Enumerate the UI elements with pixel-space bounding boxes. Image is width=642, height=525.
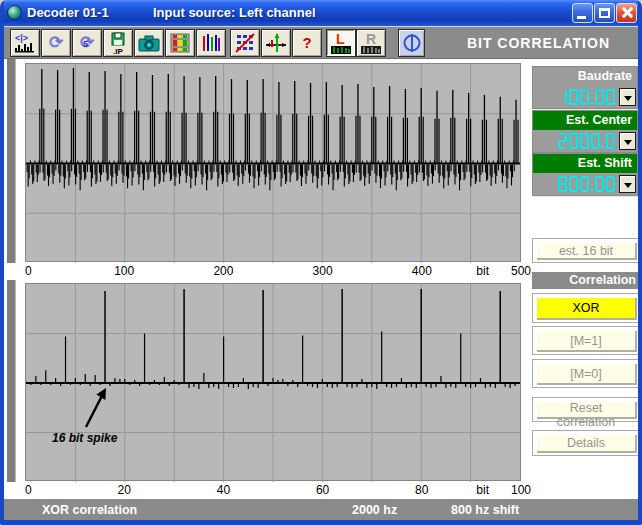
color-bars-button[interactable] bbox=[165, 29, 195, 57]
est-shift-label: Est. Shift bbox=[533, 154, 637, 173]
status-center-freq: 2000 hz bbox=[352, 503, 397, 517]
est-shift-display bbox=[533, 175, 619, 193]
maximize-button[interactable] bbox=[594, 3, 615, 23]
baudrate-display bbox=[533, 88, 619, 106]
app-window: Decoder 01-1 Input source: Left channel … bbox=[0, 0, 642, 525]
chevron-down-icon bbox=[624, 140, 632, 145]
axis-setup-icon bbox=[264, 31, 288, 55]
axis-setup-button[interactable] bbox=[261, 29, 291, 57]
svg-text:<|>: <|> bbox=[15, 33, 28, 43]
axis-tick-label: 0 bbox=[25, 264, 32, 278]
axis-tick-label: 200 bbox=[213, 264, 233, 278]
xor-button[interactable]: XOR bbox=[535, 296, 637, 320]
baudrate-control: Baudrate bbox=[532, 66, 638, 109]
right-channel-button[interactable]: R bbox=[356, 29, 386, 57]
baudrate-label: Baudrate bbox=[533, 67, 637, 86]
axis-tick-label: 20 bbox=[118, 483, 131, 497]
power-icon bbox=[401, 32, 423, 54]
est-center-display bbox=[533, 132, 619, 150]
close-button[interactable] bbox=[616, 3, 637, 23]
refresh-5-button[interactable]: ⟳5 bbox=[72, 29, 102, 57]
maximize-icon bbox=[599, 8, 610, 18]
save-ip-button[interactable]: .IP bbox=[103, 29, 133, 57]
axis-tick-label: 40 bbox=[217, 483, 230, 497]
axis-tick-label: 100 bbox=[511, 483, 531, 497]
matrix-off-button[interactable] bbox=[230, 29, 260, 57]
axis-tick-label: 500 bbox=[511, 264, 531, 278]
close-icon bbox=[620, 6, 633, 19]
window-title: Decoder 01-1 bbox=[27, 5, 109, 20]
axis-unit-label: bit bbox=[476, 483, 489, 497]
reset-correlation-button[interactable]: Reset correlation bbox=[535, 400, 637, 419]
axis-tick-label: 60 bbox=[316, 483, 329, 497]
est-shift-dropdown[interactable] bbox=[619, 175, 636, 193]
input-source-label: Input source: Left channel bbox=[153, 5, 316, 20]
app-globe-icon bbox=[7, 5, 22, 20]
details-button[interactable]: Details bbox=[535, 433, 637, 453]
axis-tick-label: 400 bbox=[412, 264, 432, 278]
axis-tick-label: 300 bbox=[313, 264, 333, 278]
axis-tick-label: 0 bbox=[25, 483, 32, 497]
main-content: 0100200300400500bit 16 bit spike 0204060… bbox=[4, 59, 638, 497]
status-bar: XOR correlation 2000 hz 800 hz shift bbox=[4, 497, 638, 520]
axis-unit-label: bit bbox=[476, 264, 489, 278]
spectrum-preview-button[interactable]: <|> bbox=[10, 29, 40, 57]
est-16-bit-button[interactable]: est. 16 bit bbox=[535, 241, 637, 260]
help-button[interactable]: ? bbox=[292, 29, 322, 57]
right-channel-icon: R bbox=[359, 30, 383, 56]
est-center-dropdown[interactable] bbox=[619, 132, 636, 150]
svg-text:L: L bbox=[336, 31, 345, 47]
power-button[interactable] bbox=[398, 29, 425, 57]
m0-button[interactable]: [M=0] bbox=[535, 362, 637, 385]
bit-correlation-chart-bottom: 16 bit spike bbox=[25, 283, 521, 481]
est-center-label: Est. Center bbox=[533, 111, 637, 130]
minimize-icon bbox=[577, 16, 586, 19]
status-mode: XOR correlation bbox=[42, 503, 137, 517]
window-controls bbox=[572, 3, 637, 23]
refresh-5-icon: ⟳5 bbox=[73, 30, 101, 56]
spectrum-preview-icon: <|> bbox=[13, 31, 37, 55]
left-channel-icon: L bbox=[329, 30, 353, 56]
save-ip-icon: .IP bbox=[106, 31, 130, 56]
toolbar: <|> ⟳ ⟳5 .IP bbox=[4, 26, 638, 59]
top-axis-labels: 0100200300400500bit bbox=[4, 263, 564, 280]
svg-text:R: R bbox=[366, 31, 376, 47]
section-title: BIT CORRELATION bbox=[467, 35, 610, 51]
correlation-group-header: Correlation bbox=[532, 272, 640, 289]
svg-text:.IP: .IP bbox=[113, 47, 123, 56]
chevron-down-icon bbox=[624, 183, 632, 188]
axis-tick-label: 100 bbox=[114, 264, 134, 278]
est-center-control: Est. Center bbox=[532, 110, 638, 153]
title-bar: Decoder 01-1 Input source: Left channel bbox=[0, 0, 642, 26]
color-lines-icon bbox=[199, 31, 223, 55]
left-channel-button[interactable]: L bbox=[326, 29, 356, 57]
color-bars-icon bbox=[168, 31, 192, 55]
camera-icon bbox=[137, 31, 161, 55]
axis-tick-label: 80 bbox=[415, 483, 428, 497]
refresh-icon: ⟳ bbox=[42, 30, 70, 56]
annotation-16-bit-spike: 16 bit spike bbox=[52, 431, 118, 445]
matrix-disabled-icon bbox=[233, 31, 257, 55]
minimize-button[interactable] bbox=[572, 3, 593, 23]
refresh-button[interactable]: ⟳ bbox=[41, 29, 71, 57]
m1-button[interactable]: [M=1] bbox=[535, 329, 637, 352]
color-lines-button[interactable] bbox=[196, 29, 226, 57]
baudrate-dropdown[interactable] bbox=[619, 88, 636, 106]
help-icon: ? bbox=[293, 30, 321, 56]
bit-correlation-chart-top bbox=[25, 63, 521, 262]
est-shift-control: Est. Shift bbox=[532, 153, 638, 196]
status-shift-freq: 800 hz shift bbox=[451, 503, 519, 517]
chevron-down-icon bbox=[624, 96, 632, 101]
snapshot-button[interactable] bbox=[134, 29, 164, 57]
